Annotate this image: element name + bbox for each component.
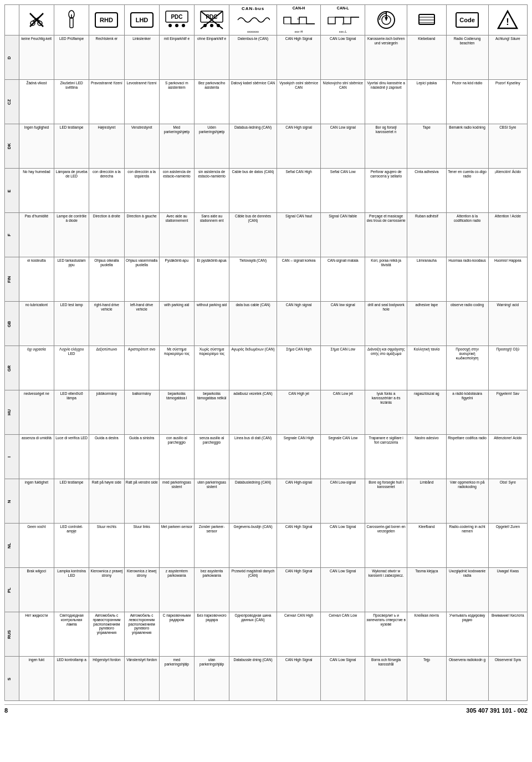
cell-E-col11: Cinta adhesiva: [407, 169, 446, 213]
cell-GR-col4: Αριστερότυπ ovo: [124, 346, 159, 390]
cell-D-col8: CAN High Signal: [277, 35, 321, 80]
cell-RUS-col1: Нет жидкости: [19, 612, 54, 657]
cell-N-col13: Obs! Syre: [488, 479, 527, 524]
cell-FIN-col8: CAN – signali korkea: [277, 257, 321, 302]
cell-S-col3: Högerstyrt fordon: [89, 657, 124, 701]
cell-I-col8: Segnale CAN High: [277, 435, 321, 479]
cell-DK-col3: Højrestyret: [89, 124, 124, 169]
cell-D-col5: mit Einparkhilf e: [159, 35, 194, 80]
main-table: RHD LHD PDC: [4, 4, 528, 701]
cell-DK-col9: CAN Low signal: [321, 124, 365, 169]
cell-N-col1: ingen fuktighet: [19, 479, 54, 524]
cell-RUS-col9: Сигнал CAN Low: [321, 612, 365, 657]
cell-E-col12: Tener en cuenta co-digo radio: [446, 169, 488, 213]
cell-PL-col4: Kierownica z lewej strony: [124, 568, 159, 612]
icon-col10: [365, 5, 407, 35]
row-D: D keine Feuchtig-keit LED Prüflampe Rech…: [5, 35, 528, 80]
cell-NL-col1: Geen vocht: [19, 524, 54, 568]
cell-HU-col6: beparkolás támogatása nélkül: [195, 390, 229, 435]
cell-FIN-col1: ei kosteutta: [19, 257, 54, 302]
cell-N-col9: CAN Low-signal: [321, 479, 365, 524]
cell-CZ-col6: Bez parkovacího asistenta: [195, 80, 229, 124]
cell-F-col13: Attention ! Acide: [488, 213, 527, 257]
icon-col11: [407, 5, 446, 35]
cell-GB-col6: without parking aid: [195, 302, 229, 346]
cell-E-col9: Señal CAN Low: [321, 169, 365, 213]
cell-S-col8: CAN High Signal: [277, 657, 321, 701]
row-S: S ingen fukt LED kontrollamp a Högerstyr…: [5, 657, 528, 701]
page: RHD LHD PDC: [0, 0, 532, 720]
cell-PL-col1: Brak wilgoci: [19, 568, 54, 612]
svg-text:Code: Code: [459, 17, 475, 23]
cell-D-col4: Linkslenker: [124, 35, 159, 80]
cell-DK-col12: Bemærk radio kodning: [446, 124, 488, 169]
row-E: E No hay humedad Lámpara de prueba de LE…: [5, 169, 528, 213]
cell-E-col4: con dirección a la izquierda: [124, 169, 159, 213]
cell-HU-col4: balkormány: [124, 390, 159, 435]
cell-GB-col8: CAN high signal: [277, 302, 321, 346]
cell-S-col5: med parkeringshjälp: [159, 657, 194, 701]
cell-F-col7: Câble bus de données (CAN): [229, 213, 277, 257]
cell-F-col10: Perçage et masicage des trous de carross…: [365, 213, 407, 257]
row-HU: HU nedvességet ne LED ellenőrző lámpa jo…: [5, 390, 528, 435]
cell-PL-col11: Tasma klejąca: [407, 568, 446, 612]
lang-CZ: CZ: [5, 80, 19, 124]
icon-col1: [19, 5, 54, 35]
cell-E-col8: Señal CAN High: [277, 169, 321, 213]
cell-N-col11: Limbånd: [407, 479, 446, 524]
cell-F-col9: Signal CAN faible: [321, 213, 365, 257]
cell-F-col11: Ruban adhésif: [407, 213, 446, 257]
cell-I-col2: Luce di verifica LED: [54, 435, 89, 479]
cell-D-col12: Radio Codierung beachten: [446, 35, 488, 80]
cell-PL-col7: Przewód magistrali danych (CAN): [229, 568, 277, 612]
cell-NL-col4: Stuur links: [124, 524, 159, 568]
cell-FIN-col9: CAN-signali matala: [321, 257, 365, 302]
cell-CZ-col4: Levostranné řízení: [124, 80, 159, 124]
row-GB: GB no lubricationt LED test lamp right-h…: [5, 302, 528, 346]
cell-N-col12: Vær oppmerkso m på radiokoding: [446, 479, 488, 524]
cell-GB-col5: with parking aid: [159, 302, 194, 346]
cell-FIN-col7: Tietovaylä (CAN): [229, 257, 277, 302]
cell-HU-col1: nedvességet ne: [19, 390, 54, 435]
cell-NL-col7: Gegevens-buslijn (CAN): [229, 524, 277, 568]
cell-RUS-col11: Клейкая лента: [407, 612, 446, 657]
cell-HU-col8: CAN High jel: [277, 390, 321, 435]
cell-E-col6: sin asistencia de estacio-namiento: [195, 169, 229, 213]
cell-F-col3: Direction à droite: [89, 213, 124, 257]
icon-col6: PDC: [195, 5, 229, 35]
cell-PL-col10: Wykonać otwór w karoserii i zabezpiecz.: [365, 568, 407, 612]
cell-E-col13: ¡Atención! Ácido: [488, 169, 527, 213]
lang-S: S: [5, 657, 19, 701]
svg-point-16: [175, 24, 178, 27]
cell-FIN-col4: Ohjaus vasemmalla puolella: [124, 257, 159, 302]
cell-CZ-col8: Vysokých ostní sběrnice CAN: [277, 80, 321, 124]
row-CZ: CZ Žádná vlkost Zkušební LED světlina Pr…: [5, 80, 528, 124]
cell-F-col2: Lampe de contrôle à diode: [54, 213, 89, 257]
cell-GB-col4: left-hand drive vehicle: [124, 302, 159, 346]
lang-DK: DK: [5, 124, 19, 169]
cell-S-col1: ingen fukt: [19, 657, 54, 701]
cell-CZ-col7: Datový kabel sběrnice CAN: [229, 80, 277, 124]
cell-RUS-col5: С парковочными радаром: [159, 612, 194, 657]
cell-PL-col3: Kierownica z prawej strony: [89, 568, 124, 612]
cell-N-col3: Ratt på høyre side: [89, 479, 124, 524]
cell-PL-col5: z asystemtem parkowania: [159, 568, 194, 612]
cell-FIN-col12: Huomaa radio-koodaus: [446, 257, 488, 302]
cell-I-col1: assenza di umidità: [19, 435, 54, 479]
cell-NL-col12: Radio-codering in acht nemen: [446, 524, 488, 568]
cell-RUS-col2: Светодиодная контрольная лампа: [54, 612, 89, 657]
cell-FIN-col2: LED tarkastuslam ppu: [54, 257, 89, 302]
cell-GR-col12: Προσοχή στην αυσυρτική κωδικοποίηση: [446, 346, 488, 390]
icon-col12: Code: [446, 5, 488, 35]
cell-F-col5: Avec aide au stationnement: [159, 213, 194, 257]
cell-RUS-col3: Автомобиль с правосторонним расположение…: [89, 612, 124, 657]
cell-NL-col2: LED controlel-ampje: [54, 524, 89, 568]
lang-NL: NL: [5, 524, 19, 568]
cell-D-col10: Karosserie-loch bohren und versiegeln: [365, 35, 407, 80]
cell-GR-col8: Σήμα CAN High: [277, 346, 321, 390]
row-GR: GR όχι υγρασία Λυχνίο ελέγχου LED Δεξιοτ…: [5, 346, 528, 390]
cell-F-col1: Pas d'humidité: [19, 213, 54, 257]
cell-F-col12: Attention à la codification radio: [446, 213, 488, 257]
cell-S-col11: Tejp: [407, 657, 446, 701]
page-code: 305 407 391 101 - 002: [466, 707, 528, 714]
